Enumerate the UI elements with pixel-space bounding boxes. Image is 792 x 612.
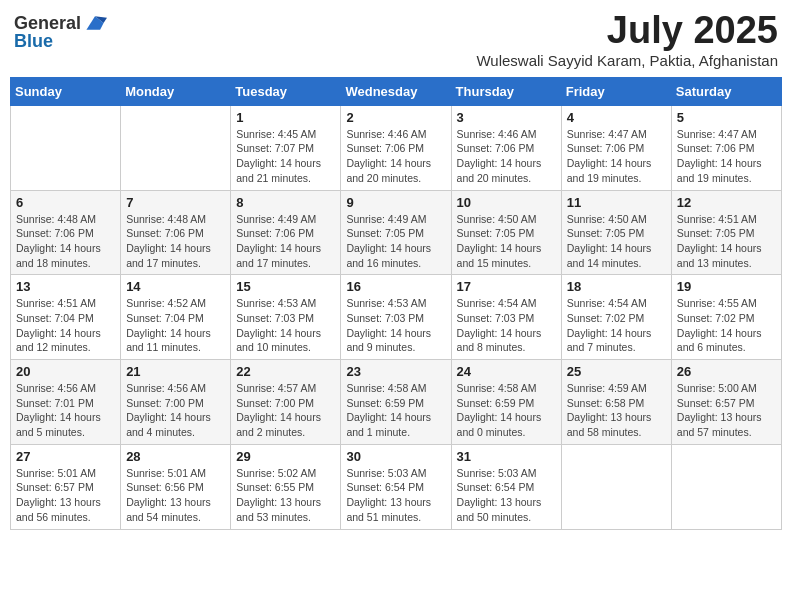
table-row: 16Sunrise: 4:53 AM Sunset: 7:03 PM Dayli… <box>341 275 451 360</box>
day-number: 3 <box>457 110 556 125</box>
week-row-4: 20Sunrise: 4:56 AM Sunset: 7:01 PM Dayli… <box>11 360 782 445</box>
day-detail: Sunrise: 4:50 AM Sunset: 7:05 PM Dayligh… <box>457 212 556 271</box>
col-saturday: Saturday <box>671 77 781 105</box>
week-row-3: 13Sunrise: 4:51 AM Sunset: 7:04 PM Dayli… <box>11 275 782 360</box>
day-number: 10 <box>457 195 556 210</box>
day-detail: Sunrise: 5:02 AM Sunset: 6:55 PM Dayligh… <box>236 466 335 525</box>
table-row: 12Sunrise: 4:51 AM Sunset: 7:05 PM Dayli… <box>671 190 781 275</box>
day-number: 8 <box>236 195 335 210</box>
day-number: 20 <box>16 364 115 379</box>
table-row: 11Sunrise: 4:50 AM Sunset: 7:05 PM Dayli… <box>561 190 671 275</box>
table-row: 30Sunrise: 5:03 AM Sunset: 6:54 PM Dayli… <box>341 444 451 529</box>
day-detail: Sunrise: 5:00 AM Sunset: 6:57 PM Dayligh… <box>677 381 776 440</box>
table-row: 18Sunrise: 4:54 AM Sunset: 7:02 PM Dayli… <box>561 275 671 360</box>
day-detail: Sunrise: 4:54 AM Sunset: 7:03 PM Dayligh… <box>457 296 556 355</box>
day-detail: Sunrise: 4:55 AM Sunset: 7:02 PM Dayligh… <box>677 296 776 355</box>
calendar-table: Sunday Monday Tuesday Wednesday Thursday… <box>10 77 782 530</box>
col-monday: Monday <box>121 77 231 105</box>
day-detail: Sunrise: 4:53 AM Sunset: 7:03 PM Dayligh… <box>236 296 335 355</box>
day-detail: Sunrise: 4:49 AM Sunset: 7:05 PM Dayligh… <box>346 212 445 271</box>
table-row: 8Sunrise: 4:49 AM Sunset: 7:06 PM Daylig… <box>231 190 341 275</box>
col-wednesday: Wednesday <box>341 77 451 105</box>
day-number: 21 <box>126 364 225 379</box>
day-number: 18 <box>567 279 666 294</box>
table-row: 3Sunrise: 4:46 AM Sunset: 7:06 PM Daylig… <box>451 105 561 190</box>
table-row: 10Sunrise: 4:50 AM Sunset: 7:05 PM Dayli… <box>451 190 561 275</box>
table-row: 6Sunrise: 4:48 AM Sunset: 7:06 PM Daylig… <box>11 190 121 275</box>
table-row: 27Sunrise: 5:01 AM Sunset: 6:57 PM Dayli… <box>11 444 121 529</box>
table-row: 21Sunrise: 4:56 AM Sunset: 7:00 PM Dayli… <box>121 360 231 445</box>
day-detail: Sunrise: 4:48 AM Sunset: 7:06 PM Dayligh… <box>16 212 115 271</box>
day-number: 25 <box>567 364 666 379</box>
day-detail: Sunrise: 4:47 AM Sunset: 7:06 PM Dayligh… <box>567 127 666 186</box>
table-row: 5Sunrise: 4:47 AM Sunset: 7:06 PM Daylig… <box>671 105 781 190</box>
day-number: 26 <box>677 364 776 379</box>
table-row: 29Sunrise: 5:02 AM Sunset: 6:55 PM Dayli… <box>231 444 341 529</box>
day-detail: Sunrise: 5:03 AM Sunset: 6:54 PM Dayligh… <box>346 466 445 525</box>
table-row: 9Sunrise: 4:49 AM Sunset: 7:05 PM Daylig… <box>341 190 451 275</box>
day-detail: Sunrise: 4:51 AM Sunset: 7:05 PM Dayligh… <box>677 212 776 271</box>
table-row: 22Sunrise: 4:57 AM Sunset: 7:00 PM Dayli… <box>231 360 341 445</box>
logo: General Blue <box>14 14 107 50</box>
table-row: 13Sunrise: 4:51 AM Sunset: 7:04 PM Dayli… <box>11 275 121 360</box>
day-number: 12 <box>677 195 776 210</box>
day-number: 29 <box>236 449 335 464</box>
day-detail: Sunrise: 4:49 AM Sunset: 7:06 PM Dayligh… <box>236 212 335 271</box>
table-row <box>561 444 671 529</box>
table-row <box>11 105 121 190</box>
day-detail: Sunrise: 4:47 AM Sunset: 7:06 PM Dayligh… <box>677 127 776 186</box>
table-row: 31Sunrise: 5:03 AM Sunset: 6:54 PM Dayli… <box>451 444 561 529</box>
table-row <box>121 105 231 190</box>
day-number: 23 <box>346 364 445 379</box>
day-number: 6 <box>16 195 115 210</box>
day-number: 28 <box>126 449 225 464</box>
day-number: 9 <box>346 195 445 210</box>
col-tuesday: Tuesday <box>231 77 341 105</box>
day-detail: Sunrise: 5:03 AM Sunset: 6:54 PM Dayligh… <box>457 466 556 525</box>
day-number: 2 <box>346 110 445 125</box>
day-number: 31 <box>457 449 556 464</box>
table-row: 23Sunrise: 4:58 AM Sunset: 6:59 PM Dayli… <box>341 360 451 445</box>
day-detail: Sunrise: 4:57 AM Sunset: 7:00 PM Dayligh… <box>236 381 335 440</box>
table-row: 17Sunrise: 4:54 AM Sunset: 7:03 PM Dayli… <box>451 275 561 360</box>
calendar-location: Wuleswali Sayyid Karam, Paktia, Afghanis… <box>476 52 778 69</box>
table-row: 26Sunrise: 5:00 AM Sunset: 6:57 PM Dayli… <box>671 360 781 445</box>
page-header: General Blue July 2025 Wuleswali Sayyid … <box>10 10 782 69</box>
day-number: 11 <box>567 195 666 210</box>
table-row: 1Sunrise: 4:45 AM Sunset: 7:07 PM Daylig… <box>231 105 341 190</box>
day-detail: Sunrise: 4:50 AM Sunset: 7:05 PM Dayligh… <box>567 212 666 271</box>
table-row: 19Sunrise: 4:55 AM Sunset: 7:02 PM Dayli… <box>671 275 781 360</box>
table-row: 14Sunrise: 4:52 AM Sunset: 7:04 PM Dayli… <box>121 275 231 360</box>
day-detail: Sunrise: 4:58 AM Sunset: 6:59 PM Dayligh… <box>346 381 445 440</box>
day-number: 24 <box>457 364 556 379</box>
day-detail: Sunrise: 4:53 AM Sunset: 7:03 PM Dayligh… <box>346 296 445 355</box>
day-number: 14 <box>126 279 225 294</box>
day-detail: Sunrise: 4:59 AM Sunset: 6:58 PM Dayligh… <box>567 381 666 440</box>
day-number: 19 <box>677 279 776 294</box>
title-block: July 2025 Wuleswali Sayyid Karam, Paktia… <box>476 10 778 69</box>
day-detail: Sunrise: 5:01 AM Sunset: 6:57 PM Dayligh… <box>16 466 115 525</box>
col-friday: Friday <box>561 77 671 105</box>
day-number: 17 <box>457 279 556 294</box>
table-row: 25Sunrise: 4:59 AM Sunset: 6:58 PM Dayli… <box>561 360 671 445</box>
table-row: 2Sunrise: 4:46 AM Sunset: 7:06 PM Daylig… <box>341 105 451 190</box>
week-row-5: 27Sunrise: 5:01 AM Sunset: 6:57 PM Dayli… <box>11 444 782 529</box>
day-detail: Sunrise: 4:46 AM Sunset: 7:06 PM Dayligh… <box>346 127 445 186</box>
day-detail: Sunrise: 4:56 AM Sunset: 7:00 PM Dayligh… <box>126 381 225 440</box>
day-number: 16 <box>346 279 445 294</box>
day-detail: Sunrise: 4:51 AM Sunset: 7:04 PM Dayligh… <box>16 296 115 355</box>
week-row-1: 1Sunrise: 4:45 AM Sunset: 7:07 PM Daylig… <box>11 105 782 190</box>
day-detail: Sunrise: 4:56 AM Sunset: 7:01 PM Dayligh… <box>16 381 115 440</box>
logo-icon <box>83 14 107 32</box>
day-number: 22 <box>236 364 335 379</box>
day-number: 13 <box>16 279 115 294</box>
day-number: 15 <box>236 279 335 294</box>
day-detail: Sunrise: 4:58 AM Sunset: 6:59 PM Dayligh… <box>457 381 556 440</box>
table-row <box>671 444 781 529</box>
day-detail: Sunrise: 4:52 AM Sunset: 7:04 PM Dayligh… <box>126 296 225 355</box>
day-number: 7 <box>126 195 225 210</box>
day-detail: Sunrise: 4:45 AM Sunset: 7:07 PM Dayligh… <box>236 127 335 186</box>
day-number: 4 <box>567 110 666 125</box>
day-number: 27 <box>16 449 115 464</box>
day-detail: Sunrise: 4:46 AM Sunset: 7:06 PM Dayligh… <box>457 127 556 186</box>
